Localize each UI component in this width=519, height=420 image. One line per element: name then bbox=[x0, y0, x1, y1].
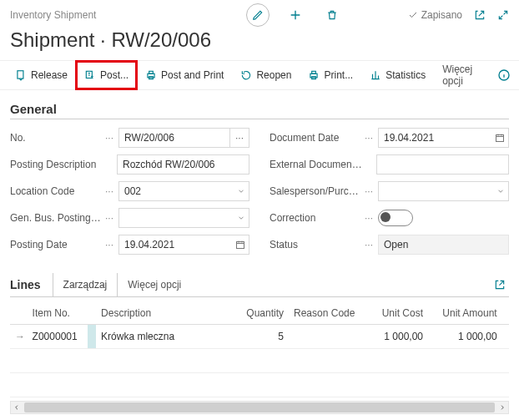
chevron-down-icon[interactable] bbox=[496, 187, 505, 195]
label-posting-date: Posting Date bbox=[10, 239, 103, 250]
reopen-icon bbox=[240, 69, 252, 81]
label-document-date: Document Date bbox=[270, 132, 363, 144]
manage-tab[interactable]: Zarządzaj bbox=[53, 273, 118, 296]
more-options[interactable]: Więcej opcji bbox=[434, 63, 491, 87]
svg-rect-3 bbox=[149, 71, 154, 73]
cell-unit-amount[interactable]: 1 000,00 bbox=[428, 325, 502, 349]
saved-indicator: Zapisano bbox=[408, 9, 462, 21]
cell-reason-code[interactable] bbox=[289, 325, 363, 349]
label-ellipsis[interactable]: ··· bbox=[365, 239, 373, 250]
statistics-icon bbox=[370, 69, 381, 81]
info-icon bbox=[497, 68, 511, 82]
svg-rect-10 bbox=[496, 135, 504, 142]
document-date-field[interactable]: 19.04.2021 bbox=[378, 128, 509, 148]
label-status: Status bbox=[270, 239, 363, 250]
print-action[interactable]: Print... bbox=[300, 61, 361, 89]
cell-quantity[interactable]: 5 bbox=[234, 325, 289, 349]
scroll-thumb[interactable] bbox=[24, 402, 495, 412]
label-ext-doc-no: External Document No. bbox=[270, 159, 363, 170]
reopen-action[interactable]: Reopen bbox=[232, 61, 300, 89]
lines-grid: Item No. Description Quantity Reason Cod… bbox=[10, 302, 509, 397]
post-and-print-action[interactable]: Post and Print bbox=[137, 61, 232, 89]
label-ellipsis[interactable]: ··· bbox=[105, 185, 113, 197]
fullscreen-button[interactable] bbox=[497, 9, 509, 21]
col-unit-cost[interactable]: Unit Cost bbox=[363, 302, 428, 325]
col-item-no[interactable]: Item No. bbox=[28, 302, 88, 325]
cell-description[interactable]: Krówka mleczna bbox=[96, 325, 234, 349]
label-ellipsis[interactable]: ··· bbox=[365, 185, 373, 197]
new-button[interactable] bbox=[285, 4, 306, 26]
cell-item-no[interactable]: Z0000001 bbox=[28, 325, 88, 349]
post-icon bbox=[84, 69, 96, 81]
scroll-right-button[interactable] bbox=[496, 402, 508, 413]
post-action[interactable]: Post... bbox=[76, 61, 137, 89]
label-ellipsis[interactable]: ··· bbox=[365, 212, 373, 224]
trash-icon bbox=[326, 9, 338, 21]
label-ellipsis[interactable]: ··· bbox=[105, 132, 113, 144]
label-posting-description: Posting Description bbox=[10, 159, 103, 170]
share-button[interactable] bbox=[474, 9, 486, 21]
label-location-code: Location Code bbox=[10, 185, 103, 197]
pencil-icon bbox=[252, 9, 264, 21]
delete-button[interactable] bbox=[321, 4, 343, 26]
label-correction: Correction bbox=[270, 212, 363, 224]
no-field[interactable]: RW/20/006 bbox=[118, 128, 230, 148]
external-doc-no-field[interactable] bbox=[376, 154, 509, 175]
check-icon bbox=[408, 10, 418, 20]
chevron-down-icon[interactable] bbox=[237, 187, 245, 195]
salesperson-field[interactable] bbox=[378, 181, 509, 201]
label-no: No. bbox=[10, 132, 103, 144]
row-selector[interactable]: → bbox=[10, 325, 28, 349]
popout-icon bbox=[494, 279, 506, 291]
breadcrumb[interactable]: Inventory Shipment bbox=[10, 9, 96, 21]
table-row[interactable] bbox=[10, 373, 509, 397]
correction-toggle[interactable] bbox=[378, 210, 413, 226]
horizontal-scrollbar[interactable] bbox=[10, 401, 509, 414]
col-quantity[interactable]: Quantity bbox=[234, 302, 289, 325]
release-action[interactable]: Release bbox=[7, 61, 76, 89]
calendar-icon[interactable] bbox=[235, 240, 245, 250]
scroll-left-button[interactable] bbox=[11, 402, 23, 413]
svg-rect-0 bbox=[18, 71, 23, 78]
posting-date-field[interactable]: 19.04.2021 bbox=[118, 235, 249, 255]
row-menu-button[interactable]: ⋮ bbox=[88, 325, 96, 349]
label-salesperson: Salesperson/Purchase... bbox=[270, 185, 363, 197]
table-row[interactable]: → Z0000001 ⋮ Krówka mleczna 5 1 000,00 1… bbox=[10, 325, 509, 349]
expand-icon bbox=[497, 9, 509, 21]
col-description[interactable]: Description bbox=[96, 302, 234, 325]
calendar-icon[interactable] bbox=[495, 133, 505, 143]
lines-heading[interactable]: Lines bbox=[10, 278, 41, 291]
post-print-icon bbox=[145, 69, 157, 81]
col-reason-code[interactable]: Reason Code bbox=[289, 302, 363, 325]
label-ellipsis[interactable]: ··· bbox=[105, 212, 113, 224]
cell-unit-cost[interactable]: 1 000,00 bbox=[363, 325, 428, 349]
chevron-down-icon[interactable] bbox=[237, 214, 245, 222]
edit-button[interactable] bbox=[246, 3, 270, 27]
share-icon bbox=[474, 9, 486, 21]
lines-expand-button[interactable] bbox=[491, 279, 509, 291]
label-ellipsis[interactable]: ··· bbox=[365, 132, 373, 144]
label-gbpg: Gen. Bus. Posting Gro... bbox=[10, 212, 103, 224]
no-lookup-button[interactable]: ··· bbox=[230, 128, 249, 148]
general-heading[interactable]: General bbox=[10, 102, 509, 119]
label-ellipsis[interactable]: ··· bbox=[105, 239, 113, 250]
action-bar: Release Post... Post and Print Reopen Pr… bbox=[0, 60, 519, 90]
chevron-right-icon bbox=[499, 404, 506, 411]
posting-description-field[interactable]: Rozchód RW/20/006 bbox=[117, 154, 249, 175]
info-button[interactable] bbox=[497, 68, 511, 82]
page-title: Shipment · RW/20/006 bbox=[0, 27, 519, 60]
location-code-field[interactable]: 002 bbox=[118, 181, 249, 201]
print-icon bbox=[308, 69, 320, 81]
col-unit-amount[interactable]: Unit Amount bbox=[428, 302, 502, 325]
lines-more-options[interactable]: Więcej opcji bbox=[118, 279, 191, 291]
gbpg-field[interactable] bbox=[118, 208, 249, 228]
svg-rect-6 bbox=[312, 71, 316, 73]
release-icon bbox=[15, 69, 27, 81]
svg-rect-9 bbox=[237, 242, 244, 249]
plus-icon bbox=[289, 8, 302, 22]
status-field: Open bbox=[378, 235, 509, 255]
chevron-left-icon bbox=[13, 404, 20, 411]
statistics-action[interactable]: Statistics bbox=[361, 61, 434, 89]
table-row[interactable] bbox=[10, 349, 509, 373]
